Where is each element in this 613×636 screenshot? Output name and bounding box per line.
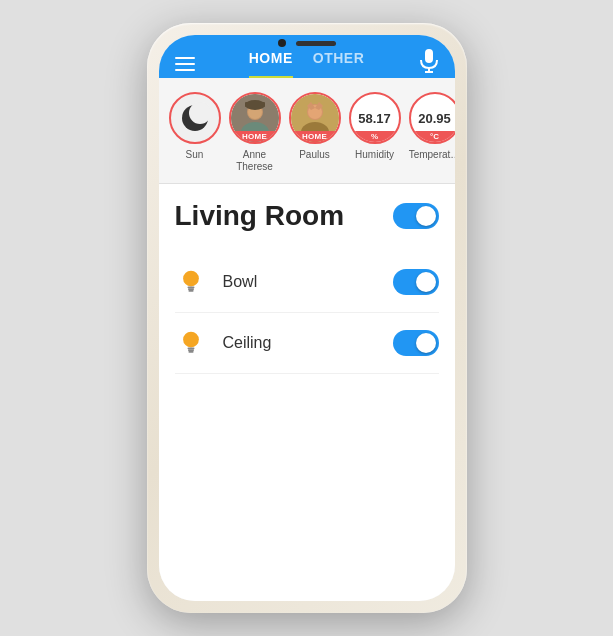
phone-frame: HOME OTHER [147, 23, 467, 613]
list-item-ceiling: Ceiling [175, 313, 439, 374]
svg-rect-8 [245, 102, 265, 107]
svg-rect-16 [188, 290, 193, 292]
room-title: Living Room [175, 200, 345, 232]
svg-point-17 [183, 332, 199, 348]
devices-row: Sun [159, 78, 455, 184]
front-camera [278, 39, 286, 47]
device-anne[interactable]: HOME AnneTherese [229, 92, 281, 173]
device-sun-circle [169, 92, 221, 144]
paulus-badge: HOME [291, 131, 339, 142]
temperature-value: 20.95 [418, 112, 451, 125]
bulb-icon-ceiling [175, 327, 207, 359]
moon-icon [182, 105, 208, 131]
ceiling-name: Ceiling [223, 334, 393, 352]
device-anne-label: AnneTherese [236, 149, 273, 173]
device-humidity-circle: 58.17 % [349, 92, 401, 144]
svg-point-13 [183, 271, 199, 287]
tab-home[interactable]: HOME [249, 50, 293, 78]
svg-rect-18 [187, 347, 194, 349]
phone-screen: HOME OTHER [159, 35, 455, 601]
tab-other[interactable]: OTHER [313, 50, 365, 78]
list-item-bowl: Bowl [175, 252, 439, 313]
device-temperature-label: Temperat… [409, 149, 455, 161]
bulb-icon-bowl [175, 266, 207, 298]
phone-sensors [159, 35, 455, 47]
app-screen: HOME OTHER [159, 35, 455, 601]
mic-button[interactable] [419, 49, 439, 78]
ceiling-toggle[interactable] [393, 330, 439, 356]
svg-rect-20 [188, 351, 193, 353]
bowl-toggle[interactable] [393, 269, 439, 295]
anne-badge: HOME [231, 131, 279, 142]
device-temperature[interactable]: 20.95 °C Temperat… [409, 92, 455, 173]
humidity-unit: % [351, 131, 399, 142]
device-paulus[interactable]: HOME Paulus [289, 92, 341, 173]
svg-rect-0 [425, 49, 433, 63]
bowl-name: Bowl [223, 273, 393, 291]
menu-button[interactable] [175, 57, 195, 71]
device-anne-circle: HOME [229, 92, 281, 144]
room-toggle[interactable] [393, 203, 439, 229]
humidity-value: 58.17 [358, 112, 391, 125]
device-humidity-label: Humidity [355, 149, 394, 161]
svg-rect-19 [187, 349, 193, 351]
device-paulus-label: Paulus [299, 149, 330, 161]
device-sun-label: Sun [186, 149, 204, 161]
device-paulus-circle: HOME [289, 92, 341, 144]
room-header: Living Room [175, 200, 439, 232]
device-temperature-circle: 20.95 °C [409, 92, 455, 144]
speaker [296, 41, 336, 46]
device-sun[interactable]: Sun [169, 92, 221, 173]
temperature-unit: °C [411, 131, 455, 142]
device-humidity[interactable]: 58.17 % Humidity [349, 92, 401, 173]
svg-rect-14 [187, 286, 194, 288]
nav-tabs: HOME OTHER [249, 50, 365, 78]
main-content: Living Room Bowl [159, 184, 455, 601]
svg-rect-15 [187, 288, 193, 290]
